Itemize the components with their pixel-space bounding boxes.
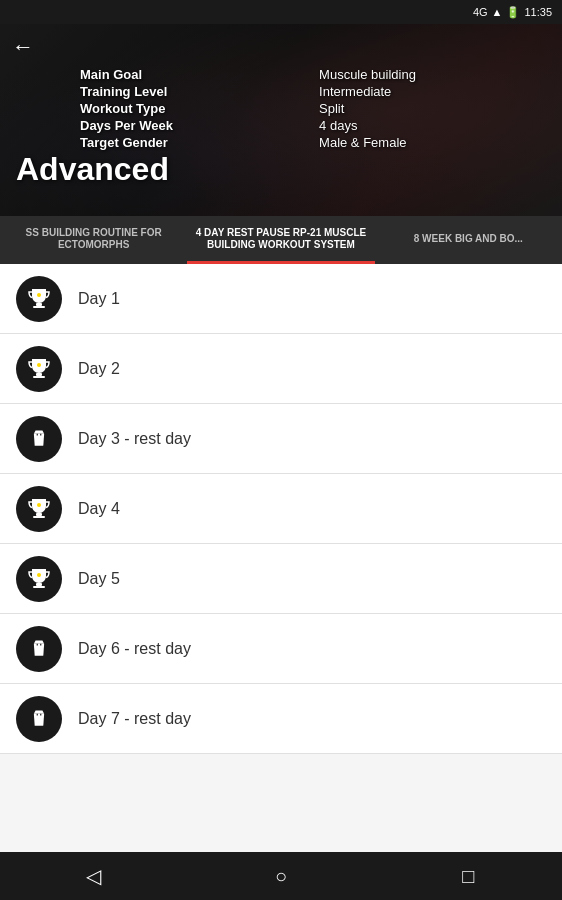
day-1-item[interactable]: Day 1: [0, 264, 562, 334]
svg-point-2: [37, 293, 41, 297]
battery-icon: 🔋: [506, 6, 520, 19]
days-per-week-value: 4 days: [319, 118, 546, 133]
day-3-item[interactable]: Day 3 - rest day: [0, 404, 562, 474]
shake-icon-7: [27, 707, 51, 731]
svg-rect-4: [33, 376, 45, 378]
svg-rect-3: [36, 373, 42, 376]
status-bar: 4G ▲ 🔋 11:35: [0, 0, 562, 24]
day-list: Day 1 Day 2: [0, 264, 562, 754]
tab-bar: SS BUILDING ROUTINE FOR ECTOMORPHS 4 DAY…: [0, 216, 562, 264]
back-button[interactable]: ←: [12, 34, 34, 60]
day-7-item[interactable]: Day 7 - rest day: [0, 684, 562, 754]
svg-point-6: [36, 435, 41, 442]
day-3-label: Day 3 - rest day: [78, 430, 191, 448]
trophy-icon-5: [25, 565, 53, 593]
shake-icon: [27, 427, 51, 451]
training-level-label: Training Level: [80, 84, 303, 99]
svg-rect-10: [36, 583, 42, 586]
svg-point-13: [36, 645, 41, 652]
signal-icon: ▲: [492, 6, 503, 18]
svg-point-12: [37, 573, 41, 577]
svg-rect-0: [36, 303, 42, 306]
svg-point-14: [36, 715, 41, 722]
tab-ectomorphs[interactable]: SS BUILDING ROUTINE FOR ECTOMORPHS: [0, 216, 187, 264]
svg-rect-8: [33, 516, 45, 518]
back-nav-button[interactable]: ◁: [74, 856, 114, 896]
day-1-label: Day 1: [78, 290, 120, 308]
day-6-label: Day 6 - rest day: [78, 640, 191, 658]
main-goal-value: Muscule building: [319, 67, 546, 82]
home-nav-button[interactable]: ○: [261, 856, 301, 896]
day-5-label: Day 5: [78, 570, 120, 588]
day-5-item[interactable]: Day 5: [0, 544, 562, 614]
day-6-icon: [16, 626, 62, 672]
tab-rp21[interactable]: 4 DAY REST PAUSE RP-21 MUSCLE BUILDING W…: [187, 216, 374, 264]
day-5-icon: [16, 556, 62, 602]
svg-rect-1: [33, 306, 45, 308]
training-level-value: Intermediate: [319, 84, 546, 99]
trophy-icon-4: [25, 495, 53, 523]
day-4-item[interactable]: Day 4: [0, 474, 562, 544]
bottom-nav: ◁ ○ □: [0, 852, 562, 900]
main-content: Day 1 Day 2: [0, 264, 562, 852]
target-gender-label: Target Gender: [80, 135, 303, 150]
tab-8week[interactable]: 8 WEEK BIG AND BO...: [375, 216, 562, 264]
svg-rect-7: [36, 513, 42, 516]
hero-section: ← Main Goal Muscule building Training Le…: [0, 24, 562, 240]
svg-rect-11: [33, 586, 45, 588]
main-goal-label: Main Goal: [80, 67, 303, 82]
svg-point-9: [37, 503, 41, 507]
trophy-icon: [25, 285, 53, 313]
recents-nav-button[interactable]: □: [448, 856, 488, 896]
day-4-label: Day 4: [78, 500, 120, 518]
workout-title: Advanced: [16, 151, 169, 188]
status-icons: 4G ▲ 🔋 11:35: [473, 6, 552, 19]
day-7-label: Day 7 - rest day: [78, 710, 191, 728]
workout-type-value: Split: [319, 101, 546, 116]
day-3-icon: [16, 416, 62, 462]
time-display: 11:35: [524, 6, 552, 18]
shake-icon-6: [27, 637, 51, 661]
day-2-label: Day 2: [78, 360, 120, 378]
day-7-icon: [16, 696, 62, 742]
info-table: Main Goal Muscule building Training Leve…: [80, 67, 546, 150]
target-gender-value: Male & Female: [319, 135, 546, 150]
trophy-icon-2: [25, 355, 53, 383]
day-2-icon: [16, 346, 62, 392]
day-1-icon: [16, 276, 62, 322]
days-per-week-label: Days Per Week: [80, 118, 303, 133]
day-6-item[interactable]: Day 6 - rest day: [0, 614, 562, 684]
svg-point-5: [37, 363, 41, 367]
day-4-icon: [16, 486, 62, 532]
day-2-item[interactable]: Day 2: [0, 334, 562, 404]
workout-type-label: Workout Type: [80, 101, 303, 116]
network-indicator: 4G: [473, 6, 488, 18]
